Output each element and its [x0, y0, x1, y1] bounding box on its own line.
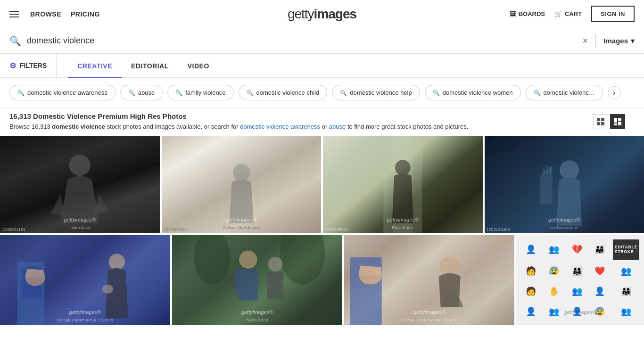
- pill-label: domestic violence child: [256, 89, 320, 96]
- suggestion-pill-awareness[interactable]: 🔍 domestic violence awareness: [9, 85, 116, 100]
- tab-editorial[interactable]: EDITORIAL: [122, 55, 178, 78]
- cart-link[interactable]: 🛒 CART: [554, 10, 582, 17]
- search-divider: [595, 34, 596, 48]
- mosaic-view-button[interactable]: [610, 114, 625, 129]
- svg-rect-4: [614, 118, 617, 123]
- result-link-awareness[interactable]: domestic violence awareness: [240, 123, 320, 130]
- logo[interactable]: gettyimages: [288, 7, 356, 22]
- icon-cell: 👨‍👩‍👧: [613, 283, 639, 300]
- suggestions-next-button[interactable]: ›: [608, 86, 621, 99]
- watermark-1: gettyimages®: [64, 217, 96, 222]
- sign-in-button[interactable]: SIGN IN: [591, 6, 635, 22]
- svg-rect-1: [601, 118, 604, 121]
- image-cell-3[interactable]: gettyimages® Rosa Koole 1016348524: [323, 136, 483, 233]
- icon-cell: 💔: [567, 239, 587, 260]
- pill-search-icon: 🔍: [128, 90, 135, 96]
- svg-rect-0: [597, 118, 600, 121]
- watermark-5: gettyimages®: [69, 309, 101, 315]
- result-description: Browse 16,313 domestic violence stock ph…: [9, 122, 468, 132]
- chevron-down-icon: ▾: [631, 37, 635, 45]
- view-toggle: [593, 114, 625, 129]
- image-id-1: 1349601181: [0, 226, 27, 233]
- image-cell-5[interactable]: gettyimages® Kritcak Jraratmachai / EyeE…: [0, 235, 170, 325]
- suggestion-pill-women[interactable]: 🔍 domestic violence women: [425, 85, 521, 100]
- watermark-8: gettyimages®: [564, 309, 596, 315]
- image-cell-2[interactable]: gettyimages® Aleksej Med.Jurado 13270803…: [162, 136, 322, 233]
- svg-rect-5: [618, 118, 621, 121]
- icon-cell: 👥: [613, 303, 639, 321]
- icon-cell: 🧑: [521, 263, 541, 280]
- pill-search-icon: 🔍: [433, 90, 440, 96]
- filter-label: FILTERS: [20, 62, 47, 69]
- svg-point-25: [268, 257, 283, 272]
- image-cell-7[interactable]: gettyimages® Kritcak Jraratmachai / EyeE…: [344, 235, 514, 325]
- tab-video[interactable]: VIDEO: [178, 55, 219, 78]
- svg-point-17: [108, 254, 125, 270]
- header: BROWSE PRICING gettyimages 🖼 BOARDS 🛒 CA…: [0, 0, 644, 28]
- svg-rect-7: [618, 122, 621, 125]
- pill-label: domestic violence help: [350, 89, 412, 96]
- search-clear-button[interactable]: ×: [583, 35, 588, 46]
- image-id-2: 1327080394: [162, 226, 189, 233]
- grid-view-button[interactable]: [593, 114, 608, 129]
- icon-cell: ❤️: [590, 263, 610, 280]
- svg-point-18: [102, 284, 113, 293]
- suggestion-pill-help[interactable]: 🔍 domestic violence help: [332, 85, 420, 100]
- suggestion-pill-child[interactable]: 🔍 domestic violence child: [239, 85, 328, 100]
- suggestion-pill-family[interactable]: 🔍 family violence: [167, 85, 233, 100]
- icon-cell: 😰: [544, 263, 564, 280]
- editable-badge: EDITABLESTROKE: [613, 239, 639, 260]
- logo-part1: getty: [288, 7, 314, 21]
- svg-point-19: [194, 235, 230, 285]
- icon-cell: 👤: [521, 303, 541, 321]
- tab-creative[interactable]: CREATIVE: [68, 55, 122, 78]
- pill-label: domestic violence awareness: [27, 89, 107, 96]
- pill-search-icon: 🔍: [534, 90, 541, 96]
- icon-cell: ✋: [544, 283, 564, 300]
- header-right: 🖼 BOARDS 🛒 CART SIGN IN: [510, 6, 635, 22]
- icon-cell: 👤: [521, 239, 541, 260]
- pricing-link[interactable]: PRICING: [71, 10, 100, 18]
- contributor-6: hyenuk one: [246, 318, 268, 322]
- image-cell-4[interactable]: gettyimages® coldsnowstorm 1223140465: [485, 136, 644, 233]
- image-cell-8[interactable]: 👤 👥 💔 👨‍👩‍👧 EDITABLESTROKE 🧑 😰 👨‍👩‍👧 ❤️ …: [516, 235, 644, 325]
- browse-link[interactable]: BROWSE: [30, 10, 61, 18]
- watermark-6: gettyimages®: [241, 309, 273, 315]
- watermark-7: gettyimages®: [413, 309, 445, 315]
- pill-label: domestic violence women: [443, 89, 513, 96]
- image-cell-1[interactable]: gettyimages® tonko dasa 1349601181: [0, 136, 160, 233]
- icon-cell: 👥: [544, 303, 564, 321]
- image-row-1: gettyimages® tonko dasa 1349601181 getty…: [0, 134, 644, 233]
- suggestion-pill-abuse[interactable]: 🔍 abuse: [120, 85, 163, 100]
- suggestion-pills: 🔍 domestic violence awareness 🔍 abuse 🔍 …: [0, 78, 644, 107]
- icon-cell: 👥: [544, 239, 564, 260]
- svg-point-13: [395, 160, 411, 175]
- image-cell-6[interactable]: gettyimages® hyenuk one: [172, 235, 342, 325]
- result-count: 16,313 Domestic Violence Premium High Re…: [9, 112, 468, 120]
- pill-search-icon: 🔍: [247, 90, 254, 96]
- watermark-4: gettyimages®: [548, 217, 580, 222]
- search-input[interactable]: [27, 36, 583, 46]
- image-id-3: 1016348524: [323, 226, 350, 233]
- svg-point-20: [280, 235, 325, 285]
- filter-bar: ⚙ FILTERS CREATIVE EDITORIAL VIDEO: [0, 54, 644, 78]
- search-type-selector[interactable]: Images ▾: [603, 37, 635, 45]
- boards-link[interactable]: 🖼 BOARDS: [510, 10, 545, 17]
- image-id-4: 1223140465: [485, 226, 512, 233]
- filters-button[interactable]: ⚙ FILTERS: [9, 54, 57, 77]
- suggestion-pill-more[interactable]: 🔍 domestic violenc…: [526, 85, 603, 100]
- svg-point-8: [69, 154, 91, 175]
- result-link-abuse[interactable]: abuse: [329, 123, 346, 130]
- search-icon: 🔍: [9, 35, 21, 47]
- hamburger-menu[interactable]: [9, 11, 19, 17]
- icon-cell: 👤: [590, 283, 610, 300]
- svg-rect-3: [601, 122, 604, 125]
- icon-cell: 👨‍👩‍👧: [590, 239, 610, 260]
- filter-icon: ⚙: [9, 61, 16, 70]
- pill-label: abuse: [138, 89, 155, 96]
- svg-rect-26: [267, 272, 284, 299]
- logo-part2: images: [314, 7, 357, 21]
- svg-rect-23: [235, 269, 239, 291]
- icon-cell: 🧑: [521, 283, 541, 300]
- cart-icon: 🛒: [554, 10, 562, 17]
